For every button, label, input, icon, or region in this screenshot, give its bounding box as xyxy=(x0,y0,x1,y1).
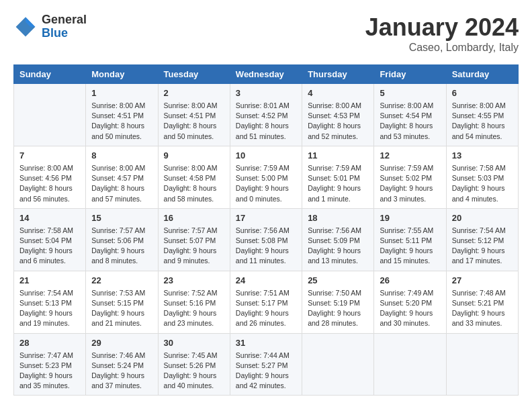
day-info: Sunrise: 8:01 AMSunset: 4:52 PMDaylight:… xyxy=(236,101,296,142)
calendar-cell: 19Sunrise: 7:55 AMSunset: 5:11 PMDayligh… xyxy=(374,208,446,271)
calendar-cell: 30Sunrise: 7:45 AMSunset: 5:26 PMDayligh… xyxy=(158,333,230,396)
calendar-cell xyxy=(374,333,446,396)
calendar-cell: 17Sunrise: 7:56 AMSunset: 5:08 PMDayligh… xyxy=(230,208,302,271)
calendar-cell: 26Sunrise: 7:49 AMSunset: 5:20 PMDayligh… xyxy=(374,271,446,333)
calendar-cell: 31Sunrise: 7:44 AMSunset: 5:27 PMDayligh… xyxy=(230,333,302,396)
calendar-cell: 22Sunrise: 7:53 AMSunset: 5:15 PMDayligh… xyxy=(86,271,158,333)
day-info: Sunrise: 7:48 AMSunset: 5:21 PMDaylight:… xyxy=(452,288,513,329)
calendar-cell: 25Sunrise: 7:50 AMSunset: 5:19 PMDayligh… xyxy=(302,271,374,333)
calendar-cell: 6Sunrise: 8:00 AMSunset: 4:55 PMDaylight… xyxy=(446,84,518,146)
day-number: 10 xyxy=(236,150,296,161)
day-info: Sunrise: 7:56 AMSunset: 5:09 PMDaylight:… xyxy=(308,226,368,267)
day-number: 18 xyxy=(308,213,368,223)
weekday-header-monday: Monday xyxy=(86,65,158,84)
day-number: 9 xyxy=(164,150,224,161)
day-info: Sunrise: 7:59 AMSunset: 5:00 PMDaylight:… xyxy=(236,163,296,204)
day-number: 21 xyxy=(19,275,80,285)
calendar-cell: 9Sunrise: 8:00 AMSunset: 4:58 PMDaylight… xyxy=(158,146,230,208)
calendar-week-5: 28Sunrise: 7:47 AMSunset: 5:23 PMDayligh… xyxy=(14,333,519,396)
calendar-cell: 11Sunrise: 7:59 AMSunset: 5:01 PMDayligh… xyxy=(302,146,374,208)
calendar-week-4: 21Sunrise: 7:54 AMSunset: 5:13 PMDayligh… xyxy=(14,271,519,333)
day-info: Sunrise: 7:58 AMSunset: 5:03 PMDaylight:… xyxy=(452,163,513,204)
location-text: Caseo, Lombardy, Italy xyxy=(365,42,519,54)
day-number: 15 xyxy=(91,213,152,223)
day-info: Sunrise: 8:00 AMSunset: 4:53 PMDaylight:… xyxy=(308,101,368,142)
weekday-header-thursday: Thursday xyxy=(302,65,374,84)
calendar-cell: 1Sunrise: 8:00 AMSunset: 4:51 PMDaylight… xyxy=(86,84,158,146)
calendar-cell: 18Sunrise: 7:56 AMSunset: 5:09 PMDayligh… xyxy=(302,208,374,271)
day-info: Sunrise: 7:51 AMSunset: 5:17 PMDaylight:… xyxy=(236,288,296,329)
calendar-body: 1Sunrise: 8:00 AMSunset: 4:51 PMDaylight… xyxy=(14,84,519,396)
day-number: 8 xyxy=(91,150,152,161)
calendar-cell: 3Sunrise: 8:01 AMSunset: 4:52 PMDaylight… xyxy=(230,84,302,146)
day-info: Sunrise: 7:57 AMSunset: 5:07 PMDaylight:… xyxy=(164,226,224,267)
day-number: 23 xyxy=(164,275,224,285)
day-number: 5 xyxy=(380,88,440,98)
month-title: January 2024 xyxy=(365,13,519,42)
calendar-cell xyxy=(14,84,86,146)
day-info: Sunrise: 8:00 AMSunset: 4:54 PMDaylight:… xyxy=(380,101,440,142)
day-number: 17 xyxy=(236,213,296,223)
weekday-header-friday: Friday xyxy=(374,65,446,84)
day-info: Sunrise: 8:00 AMSunset: 4:56 PMDaylight:… xyxy=(19,163,80,204)
day-number: 29 xyxy=(91,338,152,348)
day-number: 30 xyxy=(164,338,224,348)
calendar-cell: 24Sunrise: 7:51 AMSunset: 5:17 PMDayligh… xyxy=(230,271,302,333)
day-number: 14 xyxy=(19,213,80,223)
day-info: Sunrise: 7:59 AMSunset: 5:01 PMDaylight:… xyxy=(308,163,368,204)
day-number: 6 xyxy=(452,88,513,98)
calendar-week-2: 7Sunrise: 8:00 AMSunset: 4:56 PMDaylight… xyxy=(14,146,519,208)
calendar-cell: 2Sunrise: 8:00 AMSunset: 4:51 PMDaylight… xyxy=(158,84,230,146)
calendar-cell: 14Sunrise: 7:58 AMSunset: 5:04 PMDayligh… xyxy=(14,208,86,271)
day-info: Sunrise: 7:57 AMSunset: 5:06 PMDaylight:… xyxy=(91,226,152,267)
calendar-cell: 28Sunrise: 7:47 AMSunset: 5:23 PMDayligh… xyxy=(14,333,86,396)
calendar-cell: 20Sunrise: 7:54 AMSunset: 5:12 PMDayligh… xyxy=(446,208,518,271)
weekday-header-saturday: Saturday xyxy=(446,65,518,84)
calendar-cell: 29Sunrise: 7:46 AMSunset: 5:24 PMDayligh… xyxy=(86,333,158,396)
calendar-cell: 15Sunrise: 7:57 AMSunset: 5:06 PMDayligh… xyxy=(86,208,158,271)
day-number: 3 xyxy=(236,88,296,98)
day-info: Sunrise: 8:00 AMSunset: 4:51 PMDaylight:… xyxy=(164,101,224,142)
weekday-header-tuesday: Tuesday xyxy=(158,65,230,84)
calendar-cell: 12Sunrise: 7:59 AMSunset: 5:02 PMDayligh… xyxy=(374,146,446,208)
day-info: Sunrise: 8:00 AMSunset: 4:57 PMDaylight:… xyxy=(91,163,152,204)
logo-general-text: General xyxy=(42,13,87,27)
calendar-cell: 23Sunrise: 7:52 AMSunset: 5:16 PMDayligh… xyxy=(158,271,230,333)
day-info: Sunrise: 8:00 AMSunset: 4:55 PMDaylight:… xyxy=(452,101,513,142)
calendar-cell: 21Sunrise: 7:54 AMSunset: 5:13 PMDayligh… xyxy=(14,271,86,333)
day-info: Sunrise: 7:55 AMSunset: 5:11 PMDaylight:… xyxy=(380,226,440,267)
day-number: 13 xyxy=(452,150,513,161)
day-info: Sunrise: 7:58 AMSunset: 5:04 PMDaylight:… xyxy=(19,226,80,267)
day-info: Sunrise: 7:52 AMSunset: 5:16 PMDaylight:… xyxy=(164,288,224,329)
day-info: Sunrise: 7:54 AMSunset: 5:12 PMDaylight:… xyxy=(452,226,513,267)
logo-icon xyxy=(13,15,38,39)
day-info: Sunrise: 7:47 AMSunset: 5:23 PMDaylight:… xyxy=(19,351,80,392)
day-info: Sunrise: 7:53 AMSunset: 5:15 PMDaylight:… xyxy=(91,288,152,329)
day-number: 25 xyxy=(308,275,368,285)
calendar-cell: 10Sunrise: 7:59 AMSunset: 5:00 PMDayligh… xyxy=(230,146,302,208)
day-info: Sunrise: 7:45 AMSunset: 5:26 PMDaylight:… xyxy=(164,351,224,392)
day-number: 28 xyxy=(19,338,80,348)
calendar-cell: 4Sunrise: 8:00 AMSunset: 4:53 PMDaylight… xyxy=(302,84,374,146)
day-info: Sunrise: 7:54 AMSunset: 5:13 PMDaylight:… xyxy=(19,288,80,329)
day-info: Sunrise: 8:00 AMSunset: 4:58 PMDaylight:… xyxy=(164,163,224,204)
weekday-header-sunday: Sunday xyxy=(14,65,86,84)
day-number: 20 xyxy=(452,213,513,223)
day-info: Sunrise: 7:46 AMSunset: 5:24 PMDaylight:… xyxy=(91,351,152,392)
day-number: 27 xyxy=(452,275,513,285)
day-number: 22 xyxy=(91,275,152,285)
logo: General Blue xyxy=(13,13,87,40)
day-number: 4 xyxy=(308,88,368,98)
calendar-cell: 5Sunrise: 8:00 AMSunset: 4:54 PMDaylight… xyxy=(374,84,446,146)
day-number: 26 xyxy=(380,275,440,285)
day-info: Sunrise: 7:50 AMSunset: 5:19 PMDaylight:… xyxy=(308,288,368,329)
day-number: 16 xyxy=(164,213,224,223)
title-section: January 2024 Caseo, Lombardy, Italy xyxy=(365,13,519,54)
page-header: General Blue January 2024 Caseo, Lombard… xyxy=(13,13,519,54)
calendar-cell: 13Sunrise: 7:58 AMSunset: 5:03 PMDayligh… xyxy=(446,146,518,208)
calendar-cell xyxy=(302,333,374,396)
day-number: 1 xyxy=(91,88,152,98)
calendar-cell: 7Sunrise: 8:00 AMSunset: 4:56 PMDaylight… xyxy=(14,146,86,208)
calendar-table: SundayMondayTuesdayWednesdayThursdayFrid… xyxy=(13,64,519,396)
day-number: 2 xyxy=(164,88,224,98)
